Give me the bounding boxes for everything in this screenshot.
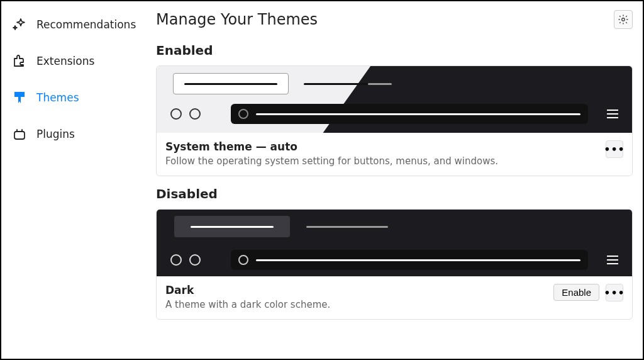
nav-recommendations[interactable]: Recommendations [6, 9, 147, 40]
preview-circle [189, 108, 201, 120]
theme-description: Follow the operating system setting for … [165, 155, 599, 167]
nav-themes[interactable]: Themes [6, 82, 147, 113]
nav-item-label: Recommendations [36, 18, 136, 31]
sidebar: Recommendations Extensions Themes Plugin… [1, 1, 152, 359]
section-disabled-title: Disabled [156, 186, 633, 201]
page-title: Manage Your Themes [156, 11, 318, 28]
nav-item-label: Extensions [36, 55, 94, 67]
nav-item-label: Themes [36, 91, 79, 104]
preview-circle [170, 254, 182, 266]
hamburger-icon [607, 110, 618, 118]
theme-description: A theme with a dark color scheme. [165, 299, 547, 310]
page-header: Manage Your Themes [156, 10, 633, 29]
main-content: Manage Your Themes Enabled [152, 1, 643, 359]
preview-urlbar [231, 250, 588, 270]
theme-enable-button[interactable]: Enable [553, 284, 599, 301]
more-icon: ••• [604, 143, 625, 155]
svg-rect-0 [14, 132, 25, 139]
svg-point-1 [622, 18, 625, 21]
nav-plugins[interactable]: Plugins [6, 118, 147, 150]
settings-button[interactable] [614, 10, 633, 29]
theme-preview-system-auto [157, 66, 632, 133]
theme-name: Dark [165, 284, 547, 296]
brush-icon [11, 89, 28, 106]
preview-line [304, 83, 392, 85]
preview-line [306, 226, 388, 228]
more-icon: ••• [604, 287, 625, 299]
theme-preview-dark [157, 210, 632, 276]
sparkle-icon [11, 16, 28, 33]
gear-icon [618, 14, 629, 25]
preview-tab-dark [174, 216, 290, 237]
theme-card-system-auto: System theme — auto Follow the operating… [156, 65, 633, 176]
theme-more-button[interactable]: ••• [606, 284, 623, 301]
nav-item-label: Plugins [36, 128, 75, 140]
preview-tab-light [173, 73, 289, 94]
plug-icon [11, 126, 28, 142]
nav-extensions[interactable]: Extensions [6, 45, 147, 77]
section-enabled-title: Enabled [156, 43, 633, 58]
puzzle-icon [11, 53, 28, 69]
hamburger-icon [607, 256, 618, 264]
preview-urlbar [231, 104, 588, 124]
theme-more-button[interactable]: ••• [606, 140, 623, 158]
preview-circle [170, 108, 182, 120]
preview-circle [189, 254, 201, 266]
theme-card-dark: Dark A theme with a dark color scheme. E… [156, 209, 633, 320]
theme-name: System theme — auto [165, 140, 599, 153]
